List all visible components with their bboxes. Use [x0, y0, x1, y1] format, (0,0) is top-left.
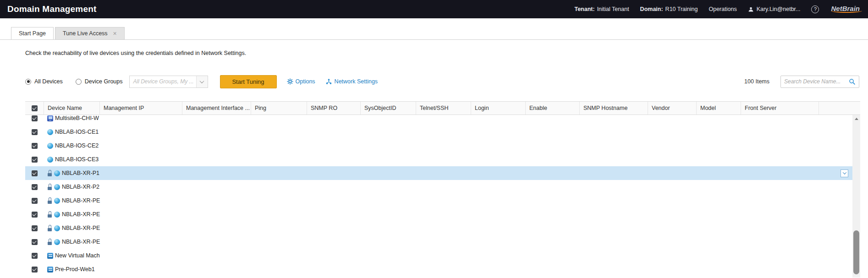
- table-row[interactable]: New Virtual Mach: [25, 249, 852, 262]
- table-row[interactable]: NBLAB-XR-PE: [25, 207, 852, 221]
- tenant-info: Tenant: Initial Tenant: [574, 6, 629, 12]
- gear-icon: [287, 78, 293, 85]
- table-row[interactable]: NBLAB-XR-PE: [25, 235, 852, 249]
- device-table: Device NameManagement IPManagement Inter…: [25, 101, 860, 278]
- router-icon: [54, 198, 60, 204]
- close-icon[interactable]: ×: [113, 30, 117, 37]
- network-settings-link[interactable]: Network Settings: [325, 78, 378, 85]
- column-header-front-server[interactable]: Front Server: [741, 102, 819, 114]
- lock-icon: [47, 170, 52, 176]
- row-checkbox-cell: [25, 143, 44, 149]
- netbrain-logo: NetBrain: [830, 5, 861, 14]
- column-header-telnet-ssh[interactable]: Telnet/SSH: [416, 102, 471, 114]
- device-name: NBLAB-IOS-CE1: [55, 129, 99, 135]
- tab-label: Start Page: [19, 30, 46, 37]
- tab-label: Tune Live Access: [63, 30, 108, 37]
- row-checkbox[interactable]: [32, 143, 38, 149]
- content-area: Check the reachability of live devices u…: [0, 50, 868, 278]
- tab-start-page[interactable]: Start Page: [11, 27, 54, 39]
- scroll-up-icon[interactable]: [852, 115, 860, 122]
- search-input[interactable]: [784, 78, 849, 85]
- device-name-cell: NBLAB-IOS-CE1: [44, 129, 99, 135]
- column-header-filler: [819, 102, 860, 114]
- table-row[interactable]: NBLAB-IOS-CE2: [25, 139, 852, 153]
- column-header-sysobjectid[interactable]: SysObjectID: [360, 102, 416, 114]
- help-icon[interactable]: ?: [811, 5, 819, 13]
- operations-menu[interactable]: Operations: [709, 6, 736, 12]
- tenant-label: Tenant:: [574, 6, 594, 12]
- network-settings-icon: [325, 78, 332, 85]
- row-checkbox[interactable]: [32, 212, 38, 218]
- row-checkbox[interactable]: [32, 225, 38, 231]
- row-checkbox[interactable]: [32, 253, 38, 259]
- router-icon: [54, 184, 60, 190]
- table-row[interactable]: NBLAB-XR-PE: [25, 194, 852, 207]
- table-row[interactable]: Pre-Prod-Web1: [25, 262, 852, 276]
- lock-icon: [47, 211, 52, 218]
- column-header-vendor[interactable]: Vendor: [648, 102, 696, 114]
- device-groups-select[interactable]: All Device Groups, My ...: [129, 76, 208, 88]
- row-checkbox[interactable]: [32, 198, 38, 204]
- radio-device-groups[interactable]: Device Groups: [76, 78, 123, 85]
- router-icon: [47, 129, 53, 135]
- row-checkbox[interactable]: [32, 115, 38, 121]
- search-box: [780, 76, 859, 88]
- scrollbar-thumb[interactable]: [853, 230, 859, 274]
- column-header-login[interactable]: Login: [471, 102, 525, 114]
- row-checkbox[interactable]: [32, 157, 38, 163]
- device-name-cell: NBLAB-IOS-CE2: [44, 142, 99, 149]
- column-header-management-interface[interactable]: Management Interface ...: [182, 102, 251, 114]
- select-all-checkbox[interactable]: [32, 105, 38, 111]
- router-icon: [54, 225, 60, 231]
- column-header-snmp-ro[interactable]: SNMP RO: [307, 102, 360, 114]
- column-header-management-ip[interactable]: Management IP: [99, 102, 182, 114]
- search-icon[interactable]: [849, 78, 856, 85]
- user-menu[interactable]: Kary.Lin@netbr...: [748, 6, 801, 12]
- vertical-scrollbar[interactable]: [852, 115, 860, 278]
- radio-unchecked-icon: [76, 79, 82, 85]
- column-header-enable[interactable]: Enable: [525, 102, 579, 114]
- tenant-value: Initial Tenant: [597, 6, 629, 12]
- row-checkbox[interactable]: [32, 170, 38, 176]
- device-name: NBLAB-IOS-CE2: [55, 142, 99, 149]
- options-link[interactable]: Options: [287, 78, 315, 85]
- server-icon: [47, 253, 53, 259]
- start-tuning-button[interactable]: Start Tuning: [220, 75, 277, 88]
- router-icon: [54, 170, 60, 176]
- table-row[interactable]: NBLAB-XR-PE: [25, 221, 852, 235]
- column-header-ping[interactable]: Ping: [251, 102, 307, 114]
- column-header-device-name[interactable]: Device Name: [44, 102, 99, 114]
- row-checkbox-cell: [25, 253, 44, 259]
- router-icon: [54, 212, 60, 218]
- user-name: Kary.Lin@netbr...: [757, 6, 801, 12]
- table-row[interactable]: NBLAB-XR-P2: [25, 180, 852, 194]
- row-checkbox-cell: [25, 225, 44, 231]
- device-name-cell: MultisiteB-CHI-W: [44, 115, 99, 121]
- table-row[interactable]: MultisiteB-CHI-W: [25, 115, 852, 125]
- row-checkbox[interactable]: [32, 184, 38, 190]
- table-row[interactable]: NBLAB-IOS-CE1: [25, 125, 852, 139]
- row-checkbox-cell: [25, 115, 44, 121]
- row-checkbox[interactable]: [32, 267, 38, 273]
- select-dropdown-button[interactable]: [196, 76, 208, 87]
- tab-tune-live-access[interactable]: Tune Live Access ×: [55, 27, 125, 39]
- options-label: Options: [296, 78, 315, 85]
- row-checkbox[interactable]: [32, 129, 38, 135]
- row-checkbox[interactable]: [32, 239, 38, 245]
- device-groups-select-value: All Device Groups, My ...: [130, 76, 196, 87]
- table-rows: MultisiteB-CHI-W NBLAB-IOS-CE1 NBLAB-IOS…: [25, 115, 852, 276]
- column-header-snmp-hostname[interactable]: SNMP Hostname: [579, 102, 648, 114]
- table-row[interactable]: NBLAB-IOS-CE3: [25, 153, 852, 166]
- table-row[interactable]: NBLAB-XR-P1: [25, 166, 852, 180]
- domain-label: Domain:: [640, 6, 663, 12]
- router-icon: [54, 239, 60, 245]
- tab-strip: Start Page Tune Live Access ×: [0, 18, 868, 40]
- radio-all-devices[interactable]: All Devices: [25, 78, 63, 85]
- device-name: New Virtual Mach: [55, 252, 100, 259]
- row-checkbox-cell: [25, 157, 44, 163]
- page-title: Domain Management: [7, 4, 97, 14]
- row-dropdown-button[interactable]: [841, 169, 848, 177]
- device-name-cell: NBLAB-XR-PE: [44, 211, 100, 218]
- device-name-cell: NBLAB-XR-P1: [44, 170, 99, 176]
- column-header-model[interactable]: Model: [696, 102, 741, 114]
